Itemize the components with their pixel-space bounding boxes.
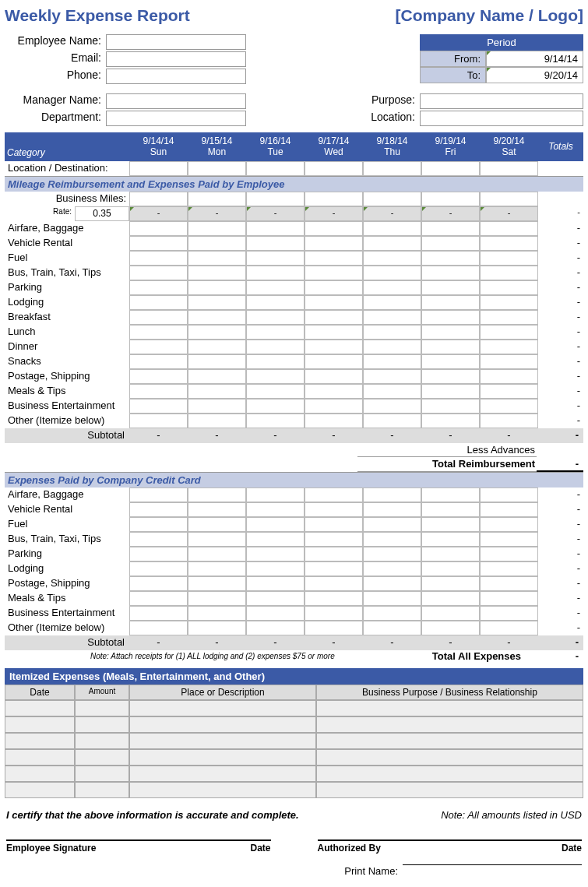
cell[interactable] <box>421 561 480 576</box>
cell[interactable] <box>363 221 421 236</box>
cell[interactable] <box>421 606 480 621</box>
cell[interactable] <box>188 517 246 532</box>
cell[interactable] <box>480 251 538 266</box>
cell[interactable] <box>246 325 305 340</box>
cell[interactable] <box>363 251 421 266</box>
cell[interactable] <box>246 221 305 236</box>
cell[interactable] <box>480 384 538 399</box>
cell[interactable] <box>480 621 538 635</box>
manager-name-input[interactable] <box>106 93 246 109</box>
cell[interactable] <box>363 547 421 561</box>
cell[interactable] <box>129 487 188 502</box>
cell[interactable] <box>188 266 246 280</box>
cell[interactable] <box>363 576 421 591</box>
cell[interactable] <box>305 221 363 236</box>
cell[interactable] <box>480 487 538 502</box>
itemized-cell[interactable] <box>75 716 129 733</box>
cell[interactable] <box>188 251 246 266</box>
itemized-cell[interactable] <box>316 700 583 716</box>
itemized-cell[interactable] <box>5 749 75 766</box>
cell[interactable] <box>363 236 421 251</box>
phone-input[interactable] <box>106 69 246 84</box>
cell[interactable] <box>305 325 363 340</box>
cell[interactable] <box>421 369 480 384</box>
period-from-value[interactable]: 9/14/14 <box>486 51 583 67</box>
cell[interactable] <box>363 340 421 354</box>
rate-input[interactable]: 0.35 <box>75 206 129 221</box>
less-advances-value[interactable] <box>537 443 583 457</box>
cell[interactable] <box>421 547 480 561</box>
cell[interactable] <box>188 236 246 251</box>
cell[interactable] <box>129 532 188 547</box>
cell[interactable] <box>129 221 188 236</box>
cell[interactable] <box>363 414 421 428</box>
cell[interactable] <box>363 369 421 384</box>
employee-name-input[interactable] <box>106 34 246 50</box>
cell[interactable] <box>129 161 188 176</box>
cell[interactable] <box>305 621 363 635</box>
cell[interactable] <box>188 591 246 606</box>
cell[interactable] <box>246 547 305 561</box>
cell[interactable] <box>129 251 188 266</box>
itemized-cell[interactable] <box>129 749 316 766</box>
cell[interactable] <box>246 502 305 517</box>
cell[interactable] <box>363 399 421 414</box>
cell[interactable] <box>246 384 305 399</box>
cell[interactable] <box>246 532 305 547</box>
itemized-cell[interactable] <box>75 700 129 716</box>
itemized-cell[interactable] <box>75 749 129 766</box>
cell[interactable] <box>188 280 246 295</box>
cell[interactable] <box>363 502 421 517</box>
cell[interactable] <box>246 280 305 295</box>
cell[interactable] <box>421 384 480 399</box>
cell[interactable] <box>305 502 363 517</box>
cell[interactable] <box>246 192 305 206</box>
itemized-cell[interactable] <box>316 782 583 798</box>
cell[interactable] <box>305 487 363 502</box>
cell[interactable] <box>246 251 305 266</box>
cell[interactable] <box>363 517 421 532</box>
itemized-cell[interactable] <box>5 700 75 716</box>
cell[interactable] <box>421 621 480 635</box>
cell[interactable] <box>188 414 246 428</box>
cell[interactable] <box>363 266 421 280</box>
cell[interactable] <box>305 266 363 280</box>
cell[interactable] <box>129 561 188 576</box>
cell[interactable] <box>129 606 188 621</box>
print-name-input[interactable] <box>403 864 582 878</box>
cell[interactable] <box>421 295 480 310</box>
cell[interactable] <box>188 369 246 384</box>
cell[interactable] <box>246 606 305 621</box>
cell[interactable] <box>480 325 538 340</box>
itemized-cell[interactable] <box>75 766 129 782</box>
cell[interactable] <box>363 384 421 399</box>
cell[interactable] <box>480 280 538 295</box>
cell[interactable] <box>188 354 246 369</box>
cell[interactable] <box>129 266 188 280</box>
cell[interactable] <box>246 369 305 384</box>
cell[interactable] <box>246 295 305 310</box>
cell[interactable] <box>421 399 480 414</box>
cell[interactable] <box>363 192 421 206</box>
cell[interactable] <box>305 414 363 428</box>
location-input[interactable] <box>420 111 583 126</box>
cell[interactable] <box>246 340 305 354</box>
itemized-cell[interactable] <box>316 749 583 766</box>
cell[interactable] <box>480 221 538 236</box>
cell[interactable] <box>129 236 188 251</box>
cell[interactable] <box>480 340 538 354</box>
cell[interactable] <box>246 487 305 502</box>
cell[interactable] <box>421 192 480 206</box>
cell[interactable] <box>129 192 188 206</box>
cell[interactable] <box>480 161 538 176</box>
itemized-cell[interactable] <box>316 733 583 749</box>
cell[interactable] <box>188 487 246 502</box>
cell[interactable] <box>363 354 421 369</box>
cell[interactable] <box>305 576 363 591</box>
cell[interactable] <box>480 295 538 310</box>
itemized-cell[interactable] <box>75 733 129 749</box>
cell[interactable] <box>363 487 421 502</box>
cell[interactable] <box>188 161 246 176</box>
cell[interactable] <box>421 340 480 354</box>
cell[interactable] <box>305 310 363 325</box>
